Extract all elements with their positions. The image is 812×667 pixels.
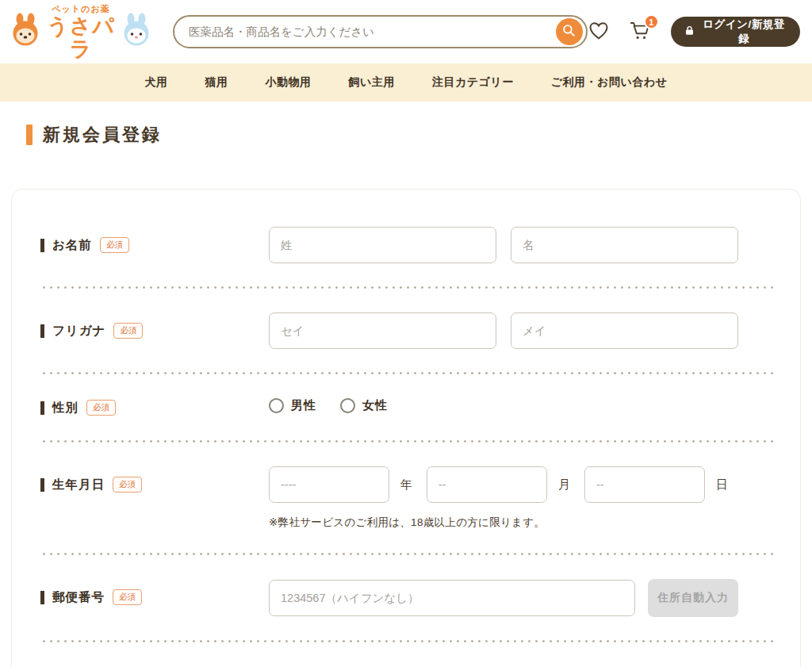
page-title: 新規会員登録 [26, 123, 812, 147]
birthdate-label-text: 生年月日 [52, 477, 105, 493]
favorites-button[interactable] [588, 20, 610, 44]
form-row-postal-code: 郵便番号 必須 住所自動入力 [40, 579, 775, 617]
birth-year-input[interactable] [269, 466, 389, 503]
label-accent-bar [40, 324, 44, 338]
logo-tagline: ペットのお薬 [44, 3, 118, 15]
last-name-kana-input[interactable] [269, 312, 496, 349]
furigana-label: フリガナ 必須 [40, 312, 269, 349]
nav-item-owners[interactable]: 飼い主用 [349, 75, 395, 90]
site-logo[interactable]: ペットのお薬 うさパラ [10, 3, 152, 60]
logo-text: ペットのお薬 うさパラ [44, 3, 118, 60]
male-label: 男性 [291, 398, 316, 413]
name-inputs [269, 227, 738, 263]
nav-item-featured-categories[interactable]: 注目カテゴリー [432, 75, 514, 90]
label-accent-bar [40, 401, 44, 415]
nav-item-small-animals[interactable]: 小動物用 [266, 75, 312, 90]
site-header: ペットのお薬 うさパラ [0, 0, 812, 63]
radio-male[interactable] [269, 398, 284, 413]
page-title-text: 新規会員登録 [43, 123, 162, 147]
gender-label-text: 性別 [52, 400, 79, 416]
name-label: お名前 必須 [40, 227, 269, 263]
required-badge: 必須 [113, 477, 142, 493]
age-restriction-note: ※弊社サービスのご利用は、18歳以上の方に限ります。 [269, 516, 545, 530]
logo-mascot-rabbit-icon [121, 13, 152, 51]
category-nav: 犬用 猫用 小動物用 飼い主用 注目カテゴリー ご利用・お問い合わせ [0, 63, 812, 102]
birth-month-input[interactable] [427, 466, 547, 503]
birth-day-input[interactable] [584, 466, 705, 503]
form-row-gender: 性別 必須 男性 女性 [40, 398, 775, 417]
postal-code-input[interactable] [269, 580, 635, 616]
row-divider [40, 553, 775, 555]
cart-button[interactable]: 1 [629, 20, 652, 44]
form-row-birthdate: 生年月日 必須 年 月 日 ※弊社サービスのご利用は、18歳以上の方に限ります。 [40, 466, 775, 530]
search-input[interactable] [189, 25, 556, 38]
gender-option-male[interactable]: 男性 [269, 398, 316, 413]
postal-code-label: 郵便番号 必須 [40, 579, 269, 615]
search-bar [173, 15, 588, 48]
furigana-label-text: フリガナ [52, 323, 105, 339]
birthdate-inputs: 年 月 日 ※弊社サービスのご利用は、18歳以上の方に限ります。 [269, 466, 728, 530]
label-accent-bar [40, 478, 44, 492]
login-register-button[interactable]: ログイン/新規登録 [671, 17, 800, 47]
gender-label: 性別 必須 [40, 398, 269, 417]
gender-options: 男性 女性 [269, 398, 412, 413]
gender-option-female[interactable]: 女性 [340, 398, 388, 413]
logo-mascot-dog-icon [10, 13, 41, 51]
required-badge: 必須 [113, 323, 143, 339]
header-actions: 1 ログイン/新規登録 [588, 17, 800, 47]
postal-code-inputs: 住所自動入力 [269, 579, 738, 617]
nav-item-cats[interactable]: 猫用 [205, 75, 228, 90]
first-name-kana-input[interactable] [511, 312, 738, 349]
label-accent-bar [40, 591, 44, 604]
row-divider [40, 286, 775, 289]
name-label-text: お名前 [52, 237, 92, 254]
form-row-name: お名前 必須 [40, 227, 775, 263]
registration-form-card: お名前 必須 フリガナ 必須 性別 必須 男性 [11, 189, 801, 667]
nav-item-dogs[interactable]: 犬用 [145, 75, 168, 90]
birthdate-fields: 年 月 日 [269, 466, 728, 503]
address-autofill-button[interactable]: 住所自動入力 [648, 579, 738, 617]
last-name-input[interactable] [269, 227, 496, 263]
form-row-furigana: フリガナ 必須 [40, 312, 775, 349]
postal-code-label-text: 郵便番号 [52, 589, 105, 606]
row-divider [40, 640, 775, 642]
search-button[interactable] [556, 18, 583, 45]
month-unit-label: 月 [558, 477, 570, 493]
cart-count-badge: 1 [644, 14, 659, 29]
day-unit-label: 日 [716, 477, 728, 493]
heart-icon [588, 20, 610, 44]
label-accent-bar [40, 239, 44, 252]
female-label: 女性 [362, 398, 388, 413]
search-icon [561, 23, 576, 40]
row-divider [40, 440, 775, 443]
required-badge: 必須 [100, 237, 129, 253]
radio-female[interactable] [340, 398, 355, 413]
required-badge: 必須 [113, 589, 142, 605]
title-accent-bar [26, 125, 33, 145]
lock-icon [684, 25, 695, 38]
login-register-label: ログイン/新規登録 [701, 17, 787, 46]
year-unit-label: 年 [400, 477, 412, 493]
nav-item-guide-contact[interactable]: ご利用・お問い合わせ [551, 75, 668, 90]
logo-brand: うさパラ [44, 15, 118, 60]
row-divider [40, 372, 775, 374]
required-badge: 必須 [86, 400, 116, 416]
furigana-inputs [269, 312, 738, 349]
first-name-input[interactable] [511, 227, 738, 263]
birthdate-label: 生年月日 必須 [40, 466, 269, 503]
